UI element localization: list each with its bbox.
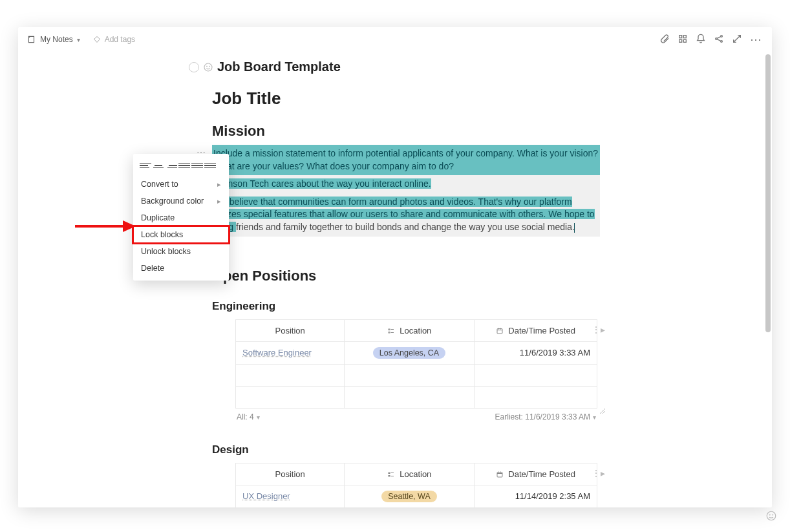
col-location[interactable]: Location [345,463,474,485]
datetime-cell[interactable]: 11/14/2019 2:35 AM [474,485,597,507]
col-position[interactable]: Position [236,319,345,341]
svg-point-5 [721,35,723,37]
share-icon[interactable] [714,34,724,46]
svg-rect-18 [389,473,390,474]
expand-icon[interactable] [732,34,742,46]
align-justify-button[interactable] [178,160,190,171]
col-location[interactable]: Location [345,319,474,341]
location-pill[interactable]: Los Angeles, CA [373,347,445,359]
attachment-icon[interactable] [659,34,670,46]
table-row[interactable]: Software Engineer Los Angeles, CA 11/6/2… [236,341,597,364]
calendar-icon [496,471,504,478]
scrollbar[interactable] [764,54,771,501]
mission-p1[interactable]: Include a mission statement to inform po… [212,145,600,175]
location-pill[interactable]: Seattle, WA [381,491,437,502]
mission-p2[interactable]: Johnson Tech cares about the way you int… [212,175,600,193]
menu-duplicate[interactable]: Duplicate [133,209,229,226]
list-icon [387,327,395,335]
grid-icon[interactable] [678,34,688,46]
table-row[interactable]: UX Designer Seattle, WA 11/14/2019 2:35 … [236,485,597,507]
feedback-smiley-icon[interactable] [765,510,777,524]
job-title-heading[interactable]: Job Title [212,89,600,109]
svg-rect-22 [497,473,502,478]
mission-p2-text: Johnson Tech cares about the way you int… [213,178,431,189]
position-link[interactable]: Software Engineer [242,348,312,357]
breadcrumb-label[interactable]: My Notes [40,35,73,44]
col-position[interactable]: Position [236,463,345,485]
mission-p3-plain: friends and family together to build bon… [236,222,575,232]
page-title[interactable]: Job Board Template [217,59,341,74]
svg-point-30 [773,515,773,515]
col-datetime-label: Date/Time Posted [508,469,575,479]
col-datetime[interactable]: Date/Time Posted [474,319,597,341]
design-heading[interactable]: Design [212,443,600,456]
chevron-right-icon: ▸ [217,180,221,189]
context-menu: Convert to▸ Background color▸ Duplicate … [133,154,229,281]
menu-delete[interactable]: Delete [133,260,229,277]
calendar-icon [496,327,504,335]
table-header-row: Position Location Date/Time Posted [236,319,597,341]
notebook-icon [27,35,36,44]
emoji-icon[interactable] [203,62,213,72]
svg-point-8 [207,66,208,67]
more-icon[interactable]: ⋯ [750,34,763,45]
menu-convert-to[interactable]: Convert to▸ [133,176,229,193]
align-left-button[interactable] [140,160,151,171]
svg-point-9 [209,66,210,67]
svg-point-4 [716,37,718,39]
outdent-button[interactable] [191,160,203,171]
tag-icon [93,36,101,43]
mission-block[interactable]: ⋯ Include a mission statement to inform … [212,145,600,237]
col-datetime[interactable]: Date/Time Posted [474,463,597,485]
svg-rect-14 [497,329,502,334]
table-row[interactable] [236,386,597,408]
menu-unlock-blocks[interactable]: Unlock blocks [133,243,229,260]
alignment-row [133,158,229,176]
svg-rect-0 [679,35,682,37]
bell-icon[interactable] [696,34,706,46]
svg-point-7 [204,63,212,71]
align-center-button[interactable] [153,160,164,171]
col-location-label: Location [400,326,431,335]
table-row[interactable] [236,364,597,386]
table-add-column-icon[interactable]: ⋮▸ [592,325,605,335]
mission-p3[interactable]: We believe that communities can form aro… [212,193,600,237]
menu-lock-blocks[interactable]: Lock blocks [133,226,229,243]
list-icon [387,471,395,478]
svg-rect-10 [389,329,390,330]
topbar: My Notes ▾ Add tags ⋯ [18,27,772,52]
footer-count[interactable]: All: 4▾ [237,412,260,421]
svg-rect-2 [679,39,682,42]
footer-earliest[interactable]: Earliest: 11/6/2019 3:33 AM▾ [495,412,596,421]
svg-rect-1 [683,35,686,37]
engineering-table-footer: All: 4▾ Earliest: 11/6/2019 3:33 AM▾ [235,409,597,421]
svg-rect-3 [683,39,686,42]
content-area: Job Board Template Job Title Mission ⋯ I… [18,52,763,507]
svg-point-29 [769,515,770,515]
design-table[interactable]: Position Location Date/Time Posted [235,463,597,507]
breadcrumb-dropdown-icon[interactable]: ▾ [77,36,80,43]
add-tags-placeholder[interactable]: Add tags [105,35,135,44]
resize-handle-icon[interactable] [599,407,605,414]
mission-heading[interactable]: Mission [212,123,600,140]
toolbar-right: ⋯ [659,34,763,46]
text-caret [574,223,575,233]
document: Job Board Template Job Title Mission ⋯ I… [212,59,600,507]
position-link[interactable]: UX Designer [242,491,290,501]
menu-background-color[interactable]: Background color▸ [133,193,229,209]
col-location-label: Location [400,469,431,479]
align-right-button[interactable] [165,160,177,171]
template-circle-icon[interactable] [189,62,199,72]
svg-point-6 [721,40,723,42]
scroll-thumb[interactable] [765,54,771,332]
engineering-table[interactable]: Position Location Date/Time Posted [235,319,597,409]
open-positions-heading[interactable]: Open Positions [212,268,600,284]
datetime-cell[interactable]: 11/6/2019 3:33 AM [474,341,597,364]
app-window: My Notes ▾ Add tags ⋯ Job Board Template… [18,27,772,507]
table-header-row: Position Location Date/Time Posted [236,463,597,485]
table-add-column-icon[interactable]: ⋮▸ [592,468,605,478]
svg-rect-11 [389,332,390,334]
svg-point-28 [767,511,776,520]
engineering-heading[interactable]: Engineering [212,300,600,313]
indent-button[interactable] [204,160,216,171]
